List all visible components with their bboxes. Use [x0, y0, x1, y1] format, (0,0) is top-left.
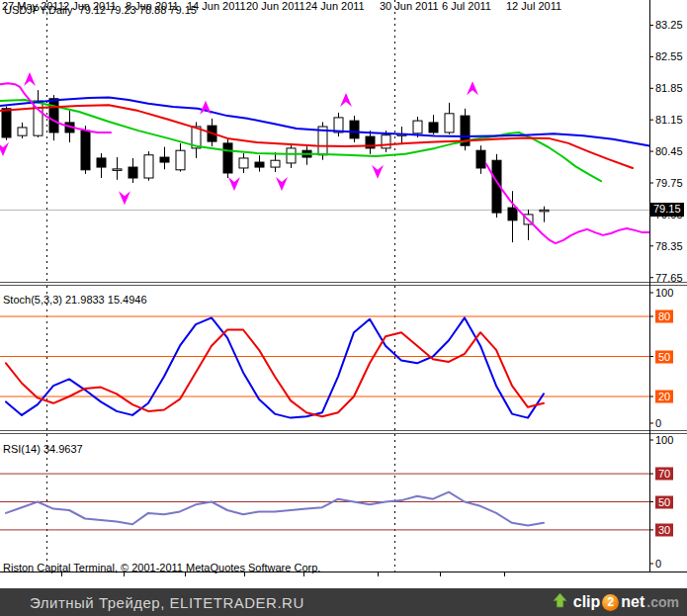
fast-ma-magenta-line: [486, 164, 649, 243]
stoch-axis-label: 20: [655, 391, 673, 403]
time-axis-label: 2 Jun 2011: [63, 0, 117, 12]
time-axis-label: 24 Jun 2011: [305, 0, 365, 12]
candle-body: [429, 123, 438, 132]
candle-body: [49, 99, 58, 132]
fractal-down-arrow-icon: [0, 142, 9, 156]
candle-body: [160, 157, 169, 162]
candle-body: [239, 158, 248, 168]
fractal-up-arrow-icon: [467, 81, 478, 95]
rsi-axis-label: 0: [655, 558, 661, 570]
stoch-axis-label: 0: [655, 417, 661, 429]
stoch-signal-line: [6, 330, 544, 417]
candle-body: [271, 160, 280, 167]
clip2net-text-net: net: [621, 593, 644, 611]
rsi-value-line: [6, 492, 544, 526]
stoch-axis-label: 80: [655, 310, 673, 323]
chart-plot-area[interactable]: USDJPY,Daily 79.12 79.23 78.88 79.15 Sto…: [0, 0, 687, 588]
time-axis-label: 27 May 2011: [2, 0, 64, 12]
clip2net-text-com: .com: [646, 594, 679, 610]
rsi-axis-label: 30: [655, 523, 673, 536]
candle-body: [81, 131, 90, 170]
candle-body: [445, 114, 454, 132]
rsi-axis-label: 70: [655, 468, 673, 481]
price-tick-label: 79.75: [655, 177, 683, 189]
fractal-up-arrow-icon: [200, 101, 212, 115]
candle-body: [18, 128, 27, 135]
upload-arrow-icon: [552, 592, 568, 613]
price-tick-label: 82.55: [655, 50, 683, 62]
fractal-up-arrow-icon: [340, 93, 352, 107]
candle-body: [113, 169, 122, 171]
candle-body: [413, 121, 422, 133]
time-axis-label: 20 Jun 2011: [246, 0, 305, 12]
stoch-main-line: [6, 317, 544, 417]
stoch-axis-label: 100: [655, 287, 673, 299]
stochastic-indicator-label: Stoch(5,3,3) 21.9833 15.4946: [3, 294, 147, 306]
time-axis-label: 6 Jul 2011: [442, 0, 491, 12]
price-tick-label: 77.65: [655, 272, 683, 284]
fractal-down-arrow-icon: [228, 177, 240, 191]
clip2net-text-clip: clip: [573, 593, 601, 611]
current-price-badge: 79.15: [650, 203, 684, 217]
rsi-axis-label: 50: [655, 495, 673, 508]
terminal-copyright: Riston Capital Terminal, © 2001-2011 Met…: [3, 562, 320, 573]
fractal-down-arrow-icon: [119, 191, 130, 205]
fractal-up-arrow-icon: [24, 72, 36, 86]
price-tick-label: 83.25: [655, 19, 683, 31]
teeth-red-line: [0, 105, 633, 168]
bottom-banner: Элитный Трейдер, ELITETRADER.RU clip 2 n…: [0, 588, 687, 616]
candle-body: [223, 143, 232, 173]
time-axis-label: 8 Jun 2011: [126, 0, 179, 12]
time-axis-label: 14 Jun 2011: [187, 0, 246, 12]
time-axis-label: 12 Jul 2011: [506, 0, 561, 12]
candle-body: [350, 121, 359, 138]
time-axis-label: 30 Jun 2011: [380, 0, 439, 12]
candle-body: [2, 109, 11, 137]
elitetrader-watermark: Элитный Трейдер, ELITETRADER.RU: [30, 594, 304, 611]
candle-body: [97, 158, 106, 167]
candle-body: [508, 208, 517, 220]
rsi-axis-label: 100: [655, 434, 673, 446]
clip2net-logo[interactable]: clip 2 net .com: [552, 592, 679, 613]
rsi-indicator-label: RSI(14) 34.9637: [3, 443, 83, 455]
candle-body: [287, 148, 296, 163]
price-tick-label: 81.85: [655, 82, 683, 94]
candle-body: [540, 210, 549, 212]
candle-body: [176, 150, 185, 170]
price-tick-label: 80.45: [655, 145, 683, 157]
fractal-down-arrow-icon: [372, 165, 384, 179]
candle-body: [144, 155, 153, 178]
candle-body: [382, 135, 390, 148]
candle-body: [476, 150, 485, 168]
fractal-down-arrow-icon: [276, 177, 288, 191]
candle-body: [129, 167, 137, 178]
price-tick-label: 81.15: [655, 114, 683, 126]
clip2net-2-badge: 2: [602, 594, 619, 611]
stoch-axis-label: 50: [655, 350, 673, 363]
trading-terminal-window: USDJPY,Daily 79.12 79.23 78.88 79.15 Sto…: [0, 0, 687, 616]
candle-body: [255, 162, 264, 167]
price-tick-label: 78.35: [655, 240, 683, 252]
